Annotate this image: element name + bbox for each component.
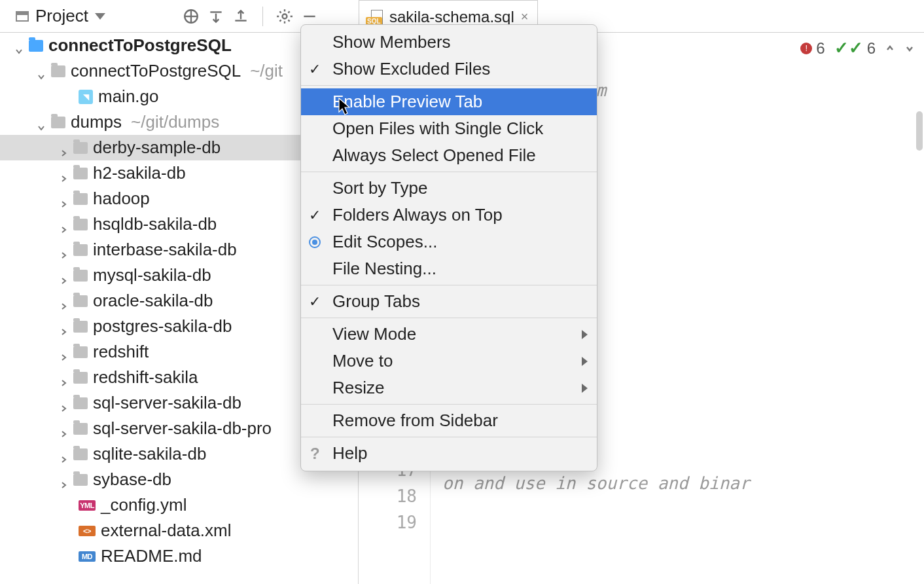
editor-scrollbar[interactable] <box>916 111 923 151</box>
menu-label: Help <box>332 443 367 464</box>
help-icon: ? <box>310 445 320 463</box>
chevron-right-icon[interactable] <box>59 399 68 408</box>
menu-separator <box>301 404 597 405</box>
chevron-right-icon[interactable] <box>59 373 68 382</box>
menu-label: Enable Preview Tab <box>332 92 482 112</box>
item-label: h2-sakila-db <box>93 163 186 183</box>
collapse-all-icon[interactable] <box>231 7 251 26</box>
chevron-right-icon[interactable] <box>59 271 68 280</box>
close-icon[interactable]: × <box>521 9 529 24</box>
check-icon: ✓ <box>309 61 321 78</box>
xml-file-icon: <> <box>79 526 96 536</box>
folder-icon <box>51 65 65 77</box>
folder-icon <box>73 193 88 205</box>
gutter-line: 19 <box>359 509 417 536</box>
folder-icon <box>73 474 88 486</box>
folder-icon <box>73 423 88 435</box>
folder-icon <box>73 270 88 282</box>
chevron-down-icon <box>95 13 105 20</box>
prev-highlight-icon[interactable] <box>885 39 895 58</box>
chevron-down-icon[interactable] <box>14 41 24 50</box>
editor-inspection-status[interactable]: ! 6 ✓✓ 6 <box>800 38 915 58</box>
gear-icon[interactable] <box>275 7 294 26</box>
error-count[interactable]: ! 6 <box>800 39 825 58</box>
menu-separator <box>301 172 597 172</box>
item-label: hadoop <box>93 189 150 209</box>
menu-remove-from-sidebar[interactable]: Remove from Sidebar <box>301 407 597 434</box>
menu-separator <box>301 85 597 86</box>
folder-icon <box>73 244 88 256</box>
expand-all-icon[interactable] <box>206 7 226 26</box>
chevron-down-icon[interactable] <box>37 67 46 76</box>
menu-label: Folders Always on Top <box>332 205 503 225</box>
menu-open-files-single-click[interactable]: Open Files with Single Click <box>301 115 597 142</box>
chevron-right-icon[interactable] <box>59 143 68 153</box>
folder-icon <box>73 295 88 307</box>
menu-move-to[interactable]: Move to <box>301 348 597 374</box>
project-view-selector[interactable]: Project <box>9 3 112 29</box>
editor-tab-label: sakila-schema.sql <box>389 8 514 26</box>
item-label: oracle-sakila-db <box>93 291 213 311</box>
chevron-right-icon[interactable] <box>59 450 68 459</box>
go-file-icon: ◥ <box>79 90 93 104</box>
chevron-right-icon[interactable] <box>59 194 68 204</box>
menu-folders-always-on-top[interactable]: ✓ Folders Always on Top <box>301 202 597 228</box>
menu-file-nesting[interactable]: File Nesting... <box>301 255 597 282</box>
menu-view-mode[interactable]: View Mode <box>301 321 597 348</box>
menu-show-members[interactable]: Show Members <box>301 29 597 56</box>
item-label: sql-server-sakila-db-pro <box>93 418 272 439</box>
warning-count-value: 6 <box>867 39 876 58</box>
submenu-arrow-icon <box>582 330 588 339</box>
menu-label: Edit Scopes... <box>332 232 437 252</box>
warning-count[interactable]: ✓✓ 6 <box>834 38 876 58</box>
tree-file-readme-md[interactable]: MD README.md <box>0 543 358 569</box>
project-window-icon <box>16 11 29 22</box>
menu-resize[interactable]: Resize <box>301 374 597 401</box>
folder-icon <box>73 142 88 154</box>
chevron-right-icon[interactable] <box>59 424 68 433</box>
check-icon: ✓✓ <box>834 38 863 58</box>
minimize-icon[interactable] <box>300 7 319 26</box>
tree-file-external-xml[interactable]: <> external-data.xml <box>0 518 358 543</box>
select-opened-file-icon[interactable] <box>181 7 201 26</box>
chevron-right-icon[interactable] <box>59 220 68 229</box>
menu-edit-scopes[interactable]: Edit Scopes... <box>301 228 597 255</box>
folder-icon <box>73 168 88 179</box>
item-label: redshift <box>93 342 149 362</box>
menu-always-select-opened[interactable]: Always Select Opened File <box>301 142 597 169</box>
submenu-arrow-icon <box>582 357 588 366</box>
menu-show-excluded-files[interactable]: ✓ Show Excluded Files <box>301 56 597 82</box>
chevron-right-icon[interactable] <box>59 169 68 178</box>
tree-file-config-yml[interactable]: YML _config.yml <box>0 492 358 518</box>
next-highlight-icon[interactable] <box>904 39 915 58</box>
chevron-down-icon[interactable] <box>37 118 46 127</box>
item-label: connectToPostgreSQL <box>48 35 232 56</box>
code-text: on and use in source and binar <box>442 473 750 493</box>
menu-label: Resize <box>332 378 384 398</box>
menu-label: Move to <box>332 351 393 371</box>
chevron-right-icon[interactable] <box>59 475 68 484</box>
item-label: mysql-sakila-db <box>93 265 211 285</box>
menu-group-tabs[interactable]: ✓ Group Tabs <box>301 288 597 315</box>
project-settings-menu: Show Members ✓ Show Excluded Files Enabl… <box>300 24 597 471</box>
svg-point-7 <box>282 14 287 18</box>
chevron-right-icon[interactable] <box>59 297 68 306</box>
check-icon: ✓ <box>309 293 321 310</box>
folder-icon <box>73 346 88 358</box>
item-label: postgres-sakila-db <box>93 316 232 337</box>
chevron-right-icon[interactable] <box>59 246 68 255</box>
chevron-right-icon[interactable] <box>59 322 68 331</box>
folder-icon <box>73 321 88 333</box>
item-label: hsqldb-sakila-db <box>93 214 217 234</box>
item-label: sqlite-sakila-db <box>93 444 206 464</box>
item-label: sybase-db <box>93 469 171 490</box>
item-label: sql-server-sakila-db <box>93 393 241 413</box>
menu-help[interactable]: ? Help <box>301 440 597 467</box>
chevron-right-icon[interactable] <box>59 348 68 357</box>
menu-separator <box>301 437 597 437</box>
menu-label: View Mode <box>332 324 416 344</box>
check-icon: ✓ <box>309 207 321 224</box>
project-label: Project <box>35 6 88 26</box>
menu-sort-by-type[interactable]: Sort by Type <box>301 175 597 202</box>
item-label: main.go <box>98 86 159 107</box>
